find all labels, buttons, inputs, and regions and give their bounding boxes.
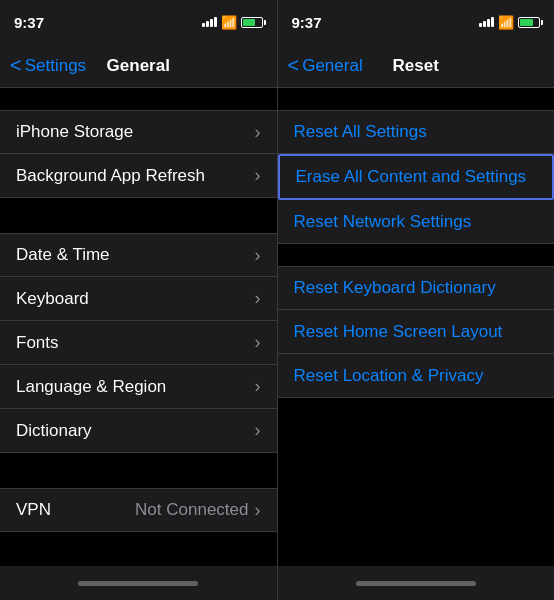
- signal-icon-left: [202, 17, 217, 27]
- label-language-region: Language & Region: [16, 377, 166, 397]
- back-label-right: General: [302, 56, 362, 76]
- back-button-right[interactable]: < General: [288, 56, 363, 76]
- chevron-iphone-storage: ›: [255, 122, 261, 143]
- row-reset-home-screen[interactable]: Reset Home Screen Layout: [278, 310, 555, 354]
- label-fonts: Fonts: [16, 333, 59, 353]
- back-button-left[interactable]: < Settings: [10, 56, 86, 76]
- nav-header-left: < Settings General: [0, 44, 277, 88]
- chevron-keyboard: ›: [255, 288, 261, 309]
- chevron-background-refresh: ›: [255, 165, 261, 186]
- reset-list: Reset All Settings Erase All Content and…: [278, 88, 555, 566]
- label-erase-all-content: Erase All Content and Settings: [296, 166, 527, 188]
- wifi-icon-left: 📶: [221, 15, 237, 30]
- section-storage: iPhone Storage › Background App Refresh …: [0, 110, 277, 198]
- section-vpn: VPN Not Connected ›: [0, 488, 277, 532]
- label-date-time: Date & Time: [16, 245, 110, 265]
- status-time-left: 9:37: [14, 14, 44, 31]
- section-datetime: Date & Time › Keyboard › Fonts › Languag…: [0, 233, 277, 453]
- chevron-language-region: ›: [255, 376, 261, 397]
- row-language-region[interactable]: Language & Region ›: [0, 365, 277, 409]
- status-time-right: 9:37: [292, 14, 322, 31]
- label-vpn: VPN: [16, 500, 51, 520]
- row-iphone-storage[interactable]: iPhone Storage ›: [0, 110, 277, 154]
- battery-icon-right: [518, 17, 540, 28]
- row-fonts[interactable]: Fonts ›: [0, 321, 277, 365]
- row-reset-location-privacy[interactable]: Reset Location & Privacy: [278, 354, 555, 398]
- battery-icon-left: [241, 17, 263, 28]
- home-indicator-right: [356, 581, 476, 586]
- back-chevron-left: <: [10, 55, 22, 75]
- nav-title-right: Reset: [393, 56, 439, 76]
- label-keyboard: Keyboard: [16, 289, 89, 309]
- vpn-status: Not Connected: [135, 500, 248, 520]
- status-bar-left: 9:37 📶: [0, 0, 277, 44]
- left-panel: 9:37 📶 < Settings General iPhone Stora: [0, 0, 277, 600]
- label-reset-location-privacy: Reset Location & Privacy: [294, 365, 484, 387]
- chevron-date-time: ›: [255, 245, 261, 266]
- bottom-bar-right: [278, 566, 555, 600]
- reset-section-1: Reset All Settings Erase All Content and…: [278, 110, 555, 244]
- nav-title-left: General: [107, 56, 170, 76]
- chevron-dictionary: ›: [255, 420, 261, 441]
- row-keyboard[interactable]: Keyboard ›: [0, 277, 277, 321]
- label-reset-home-screen: Reset Home Screen Layout: [294, 321, 503, 343]
- chevron-fonts: ›: [255, 332, 261, 353]
- back-label-left: Settings: [25, 56, 86, 76]
- vpn-right: Not Connected ›: [135, 500, 260, 521]
- status-bar-right: 9:37 📶: [278, 0, 555, 44]
- label-reset-all-settings: Reset All Settings: [294, 121, 427, 143]
- row-background-refresh[interactable]: Background App Refresh ›: [0, 154, 277, 198]
- home-indicator-left: [78, 581, 198, 586]
- bottom-bar-left: [0, 566, 277, 600]
- label-iphone-storage: iPhone Storage: [16, 122, 133, 142]
- label-reset-keyboard-dict: Reset Keyboard Dictionary: [294, 277, 496, 299]
- reset-section-2: Reset Keyboard Dictionary Reset Home Scr…: [278, 266, 555, 398]
- settings-list-left: iPhone Storage › Background App Refresh …: [0, 88, 277, 566]
- row-reset-network[interactable]: Reset Network Settings: [278, 200, 555, 244]
- wifi-icon-right: 📶: [498, 15, 514, 30]
- row-dictionary[interactable]: Dictionary ›: [0, 409, 277, 453]
- label-dictionary: Dictionary: [16, 421, 92, 441]
- label-background-refresh: Background App Refresh: [16, 166, 205, 186]
- nav-header-right: < General Reset: [278, 44, 555, 88]
- row-vpn[interactable]: VPN Not Connected ›: [0, 488, 277, 532]
- row-date-time[interactable]: Date & Time ›: [0, 233, 277, 277]
- status-icons-left: 📶: [202, 15, 263, 30]
- status-icons-right: 📶: [479, 15, 540, 30]
- signal-icon-right: [479, 17, 494, 27]
- right-panel: 9:37 📶 < General Reset Reset All Setti: [278, 0, 555, 600]
- back-chevron-right: <: [288, 55, 300, 75]
- row-erase-all-content[interactable]: Erase All Content and Settings: [278, 154, 555, 200]
- row-reset-keyboard-dict[interactable]: Reset Keyboard Dictionary: [278, 266, 555, 310]
- row-reset-all-settings[interactable]: Reset All Settings: [278, 110, 555, 154]
- chevron-vpn: ›: [255, 500, 261, 521]
- label-reset-network: Reset Network Settings: [294, 211, 472, 233]
